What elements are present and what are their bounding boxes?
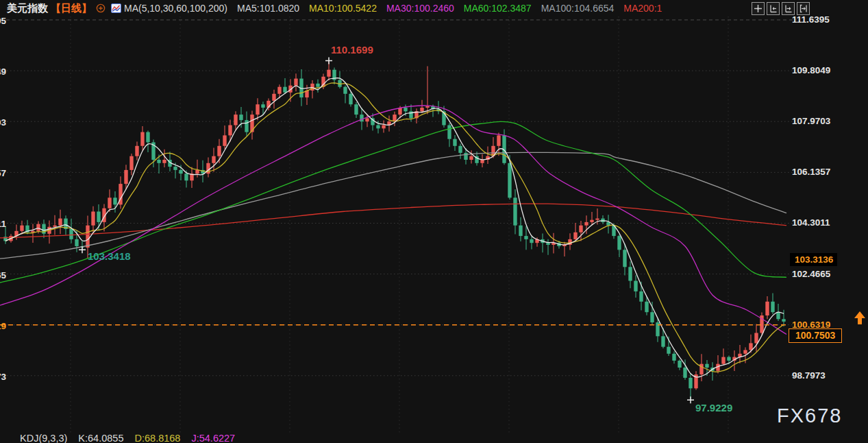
ma-value: MA100:104.6654 (541, 3, 615, 14)
ma-value: MA30:100.2460 (386, 3, 454, 14)
chart-header: 美元指数 【日线】 MA(5,10,30,60,100,200) MA5:101… (0, 0, 868, 16)
svg-text:97.9229: 97.9229 (695, 402, 732, 414)
chart-type-icon[interactable] (111, 3, 121, 13)
ma-value: MA200:1 (623, 3, 662, 14)
jump-to-latest-arrow[interactable] (854, 311, 867, 327)
watermark: FX678 (777, 405, 842, 427)
ma-group-label: MA(5,10,30,60,100,200) (124, 3, 227, 14)
kdj-k-value: K:64.0855 (78, 433, 123, 443)
ma-values: MA5:101.0820MA10:100.5422MA30:100.2460MA… (227, 2, 662, 14)
y-axis-label: 104.3011 (792, 217, 830, 228)
ma-value: MA10:100.5422 (309, 3, 377, 14)
ma-value: MA5:101.0820 (237, 3, 299, 14)
scale-axis-right-icon[interactable] (782, 2, 795, 15)
kdj-j-value: J:54.6227 (191, 433, 235, 443)
interval-label[interactable]: 【日线】 (51, 2, 92, 15)
right-axis-badge: 103.3136 (790, 253, 837, 266)
y-axis-label: 102.4665 (792, 269, 830, 280)
y-axis-label: 106.1357 (792, 167, 830, 178)
kdj-params-label: KDJ(9,3,3) (20, 433, 67, 443)
symbol-title: 美元指数 (7, 2, 48, 15)
y-axis-label: 111.6395 (792, 14, 830, 25)
left-axis-label-fragment: 107.9703 (0, 116, 6, 127)
crosshair-icon[interactable] (752, 2, 765, 15)
add-indicator-icon[interactable] (96, 3, 106, 13)
trading-chart-window: 110.1699103.341897.9229 美元指数 【日线】 MA(5,1… (0, 0, 868, 443)
left-axis-label-fragment: 102.4665 (0, 269, 6, 280)
ma-value: MA60:102.3487 (464, 3, 532, 14)
y-axis-label: 109.8049 (792, 65, 830, 76)
left-axis-label-fragment: 100.6319 (0, 320, 6, 331)
chart-toolbar (752, 2, 810, 15)
kdj-d-value: D:68.8168 (135, 433, 181, 443)
left-axis-label-fragment: 98.7973 (0, 370, 6, 381)
left-axis-label-fragment: 109.8049 (0, 65, 6, 76)
left-axis-label-fragment: 104.3011 (0, 217, 6, 228)
price-chart-canvas[interactable]: 110.1699103.341897.9229 (0, 0, 868, 443)
y-axis-label: 98.7973 (792, 370, 826, 381)
indicator-footer[interactable]: KDJ(9,3,3) K:64.0855 D:68.8168 J:54.6227 (20, 433, 243, 443)
pan-to-latest-icon[interactable] (797, 2, 810, 15)
scale-axis-left-icon[interactable] (767, 2, 780, 15)
last-price-box: 100.7503 (789, 328, 842, 343)
svg-text:103.3418: 103.3418 (88, 250, 131, 262)
y-axis-label: 107.9703 (792, 116, 830, 127)
svg-text:110.1699: 110.1699 (331, 44, 373, 56)
left-axis-label-fragment: 111.6395 (0, 14, 6, 25)
left-axis-label-fragment: 106.1357 (0, 167, 6, 178)
